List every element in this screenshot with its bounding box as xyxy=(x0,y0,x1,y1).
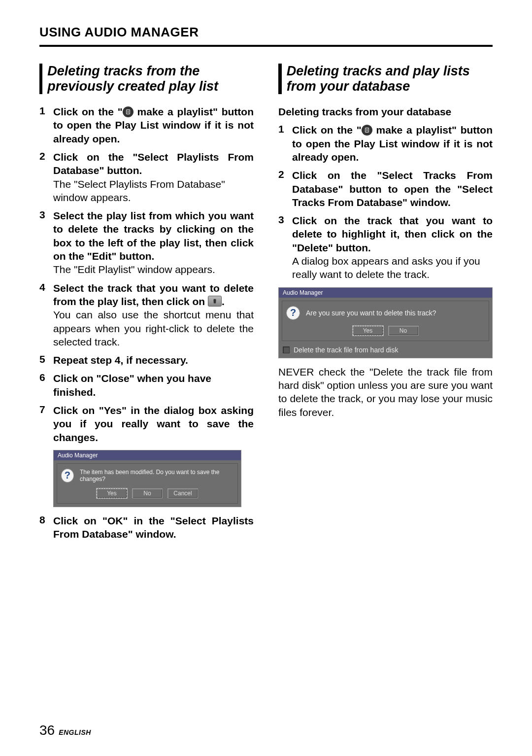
step-1: Click on the " make a playlist" button t… xyxy=(53,105,254,145)
dialog-buttons: Yes No Cancel xyxy=(61,488,233,498)
step-text: Click on the " make a playlist" button t… xyxy=(53,105,254,145)
trash-icon xyxy=(208,296,222,307)
step-body: A dialog box appears and asks you if you… xyxy=(292,254,493,281)
step-body: The "Edit Playlist" window appears. xyxy=(53,263,254,276)
step-8: Click on "OK" in the "Select Playlists F… xyxy=(53,514,254,541)
no-button[interactable]: No xyxy=(132,488,163,498)
step-body: The "Select Playlists From Database" win… xyxy=(53,177,254,205)
step-text: Click on the "Select Playlists From Data… xyxy=(53,150,254,177)
page-number: 36 xyxy=(39,722,55,738)
step-text: Click on "Yes" in the dialog box asking … xyxy=(53,404,254,444)
step-text-a: Click on the " xyxy=(292,124,362,136)
header-rule xyxy=(39,45,493,47)
step-text: Click on "Close" when you have finished. xyxy=(53,372,254,399)
step-1: Click on the " make a playlist" button t… xyxy=(292,123,493,164)
step-4: Select the track that you want to delete… xyxy=(53,281,254,348)
dialog-buttons: Yes No xyxy=(286,326,485,336)
post-dialog-text: NEVER check the "Delete the track file f… xyxy=(278,365,493,419)
dialog-message: The item has been modified. Do you want … xyxy=(80,469,233,482)
no-button[interactable]: No xyxy=(388,326,419,336)
section-bar xyxy=(39,64,42,94)
dialog-message-row: ? The item has been modified. Do you wan… xyxy=(61,469,233,482)
step-7: Click on "Yes" in the dialog box asking … xyxy=(53,404,254,507)
dialog-message-row: ? Are you sure you want to delete this t… xyxy=(286,306,485,320)
section-heading: Deleting tracks from the previously crea… xyxy=(47,64,254,94)
dialog-title: Audio Manager xyxy=(279,288,492,298)
playlist-icon xyxy=(362,125,372,136)
dialog-title: Audio Manager xyxy=(54,450,241,460)
page-footer: 36 ENGLISH xyxy=(39,722,91,738)
delete-track-dialog: Audio Manager ? Are you sure you want to… xyxy=(278,287,493,358)
section-title-right: Deleting tracks and play lists from your… xyxy=(278,64,493,94)
section-bar xyxy=(278,64,282,94)
step-2: Click on the "Select Tracks From Databas… xyxy=(292,169,493,209)
step-text-b: . xyxy=(222,296,225,307)
step-2: Click on the "Select Playlists From Data… xyxy=(53,150,254,204)
checkbox-label: Delete the track file from hard disk xyxy=(294,346,398,354)
step-text: Repeat step 4, if necessary. xyxy=(53,353,254,367)
section-heading: Deleting tracks and play lists from your… xyxy=(287,64,493,94)
step-text: Select the track that you want to delete… xyxy=(53,281,254,309)
playlist-icon xyxy=(123,106,133,117)
page-header: USING AUDIO MANAGER xyxy=(39,25,493,40)
step-text: Click on the "Select Tracks From Databas… xyxy=(292,169,493,209)
section-title-left: Deleting tracks from the previously crea… xyxy=(39,64,254,94)
step-text: Click on "OK" in the "Select Playlists F… xyxy=(53,514,254,541)
step-3: Click on the track that you want to dele… xyxy=(292,214,493,281)
step-text: Click on the track that you want to dele… xyxy=(292,214,493,254)
save-changes-dialog: Audio Manager ? The item has been modifi… xyxy=(53,450,241,507)
yes-button[interactable]: Yes xyxy=(353,326,383,336)
step-3: Select the play list from which you want… xyxy=(53,209,254,276)
dialog-panel: ? The item has been modified. Do you wan… xyxy=(57,463,238,504)
step-6: Click on "Close" when you have finished. xyxy=(53,372,254,399)
steps-right: Click on the " make a playlist" button t… xyxy=(278,123,493,281)
yes-button[interactable]: Yes xyxy=(97,488,127,498)
steps-left: Click on the " make a playlist" button t… xyxy=(39,105,254,541)
dialog-panel: ? Are you sure you want to delete this t… xyxy=(282,301,489,341)
question-icon: ? xyxy=(286,306,300,320)
step-5: Repeat step 4, if necessary. xyxy=(53,353,254,367)
content-columns: Deleting tracks from the previously crea… xyxy=(39,64,493,546)
step-text-a: Click on the " xyxy=(53,106,123,117)
cancel-button[interactable]: Cancel xyxy=(167,488,198,498)
checkbox[interactable] xyxy=(283,346,290,353)
page-language: ENGLISH xyxy=(59,728,91,736)
dialog-message: Are you sure you want to delete this tra… xyxy=(306,309,436,317)
right-column: Deleting tracks and play lists from your… xyxy=(278,64,493,546)
subheading: Deleting tracks from your database xyxy=(278,105,493,118)
left-column: Deleting tracks from the previously crea… xyxy=(39,64,254,546)
step-text: Click on the " make a playlist" button t… xyxy=(292,123,493,164)
step-text: Select the play list from which you want… xyxy=(53,209,254,263)
step-body: You can also use the shortcut menu that … xyxy=(53,308,254,348)
question-icon: ? xyxy=(61,469,74,482)
checkbox-row[interactable]: Delete the track file from hard disk xyxy=(283,346,489,354)
